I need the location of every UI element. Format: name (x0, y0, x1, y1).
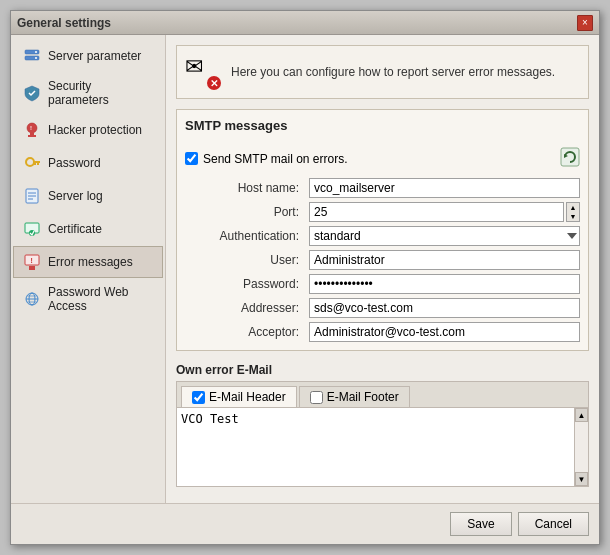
close-button[interactable]: × (577, 15, 593, 31)
email-content-textarea[interactable]: VCO Test (181, 412, 584, 482)
sidebar-item-hacker-protection[interactable]: ! Hacker protection (13, 114, 163, 146)
smtp-send-row: Send SMTP mail on errors. (185, 147, 580, 170)
sidebar-item-label: Server parameter (48, 49, 141, 63)
sidebar: Server parameter Security parameters ! H… (11, 35, 166, 503)
sidebar-item-label: Certificate (48, 222, 102, 236)
sidebar-item-password-web-access[interactable]: Password Web Access (13, 279, 163, 319)
acceptor-label: Acceptor: (195, 325, 305, 339)
send-smtp-label: Send SMTP mail on errors. (203, 152, 348, 166)
scroll-down-arrow[interactable]: ▼ (575, 472, 588, 486)
svg-text:!: ! (30, 256, 33, 265)
own-email-title: Own error E-Mail (176, 363, 589, 377)
svg-rect-10 (37, 163, 39, 165)
key-icon (22, 153, 42, 173)
log-icon (22, 186, 42, 206)
port-label: Port: (195, 205, 305, 219)
email-header-checkbox[interactable] (192, 391, 205, 404)
tab-email-footer[interactable]: E-Mail Footer (299, 386, 410, 408)
info-image: ✉ ✕ (185, 54, 221, 90)
info-bar: ✉ ✕ Here you can configure how to report… (176, 45, 589, 99)
user-label: User: (195, 253, 305, 267)
main-panel: ✉ ✕ Here you can configure how to report… (166, 35, 599, 503)
port-field-wrap: ▲ ▼ (309, 202, 580, 222)
tab-email-header[interactable]: E-Mail Header (181, 386, 297, 408)
smtp-form: Host name: Port: ▲ ▼ Authentication: sta (195, 178, 580, 342)
web-access-icon (22, 289, 42, 309)
cancel-button[interactable]: Cancel (518, 512, 589, 536)
port-spin-down[interactable]: ▼ (567, 212, 579, 221)
own-email-section: Own error E-Mail E-Mail Header E-Mail Fo… (176, 363, 589, 487)
scroll-up-arrow[interactable]: ▲ (575, 408, 588, 422)
svg-point-2 (35, 51, 37, 53)
sidebar-item-error-messages[interactable]: ! Error messages (13, 246, 163, 278)
sidebar-item-label: Password (48, 156, 101, 170)
sidebar-item-label: Hacker protection (48, 123, 142, 137)
shield-icon (22, 83, 42, 103)
error-messages-icon: ! (22, 252, 42, 272)
svg-point-4 (27, 123, 37, 133)
sidebar-item-password[interactable]: Password (13, 147, 163, 179)
send-smtp-checkbox-row: Send SMTP mail on errors. (185, 152, 348, 166)
acceptor-input[interactable] (309, 322, 580, 342)
auth-label: Authentication: (195, 229, 305, 243)
user-input[interactable] (309, 250, 580, 270)
svg-rect-20 (29, 266, 35, 270)
svg-point-8 (26, 158, 34, 166)
info-description: Here you can configure how to report ser… (231, 65, 555, 79)
certificate-icon (22, 219, 42, 239)
host-input[interactable] (309, 178, 580, 198)
dialog-title: General settings (17, 16, 111, 30)
smtp-section-title: SMTP messages (185, 118, 287, 133)
svg-rect-6 (28, 135, 36, 137)
send-smtp-checkbox[interactable] (185, 152, 198, 165)
error-badge: ✕ (207, 76, 221, 90)
email-footer-checkbox[interactable] (310, 391, 323, 404)
auth-select[interactable]: standard none login plain (309, 226, 580, 246)
svg-text:!: ! (30, 125, 32, 131)
general-settings-dialog: General settings × Server parameter Secu… (10, 10, 600, 545)
sidebar-item-certificate[interactable]: Certificate (13, 213, 163, 245)
server-icon (22, 46, 42, 66)
sidebar-item-label: Security parameters (48, 79, 154, 107)
sidebar-item-label: Password Web Access (48, 285, 154, 313)
sidebar-item-label: Server log (48, 189, 103, 203)
tab-email-header-label: E-Mail Header (209, 390, 286, 404)
hacker-icon: ! (22, 120, 42, 140)
svg-rect-9 (33, 161, 40, 163)
save-button[interactable]: Save (450, 512, 511, 536)
svg-rect-26 (561, 148, 579, 166)
password-label: Password: (195, 277, 305, 291)
svg-rect-11 (34, 163, 36, 165)
smtp-section: SMTP messages Send SMTP mail on errors. … (176, 109, 589, 351)
port-spin-up[interactable]: ▲ (567, 203, 579, 212)
dialog-footer: Save Cancel (11, 503, 599, 544)
refresh-icon[interactable] (560, 147, 580, 170)
tab-content: VCO Test ▲ ▼ (176, 407, 589, 487)
scroll-track (575, 422, 588, 472)
sidebar-item-server-parameter[interactable]: Server parameter (13, 40, 163, 72)
smtp-header: SMTP messages (185, 118, 580, 139)
envelope-icon: ✉ (185, 54, 203, 79)
host-label: Host name: (195, 181, 305, 195)
tab-row: E-Mail Header E-Mail Footer (176, 381, 589, 407)
addresser-label: Addresser: (195, 301, 305, 315)
addresser-input[interactable] (309, 298, 580, 318)
tab-email-footer-label: E-Mail Footer (327, 390, 399, 404)
sidebar-item-server-log[interactable]: Server log (13, 180, 163, 212)
svg-point-3 (35, 57, 37, 59)
content-area: Server parameter Security parameters ! H… (11, 35, 599, 503)
port-input[interactable] (309, 202, 564, 222)
auth-field-wrap: standard none login plain (309, 226, 580, 246)
sidebar-item-security-parameters[interactable]: Security parameters (13, 73, 163, 113)
port-spinner[interactable]: ▲ ▼ (566, 202, 580, 222)
sidebar-item-label: Error messages (48, 255, 133, 269)
password-input[interactable] (309, 274, 580, 294)
scrollbar[interactable]: ▲ ▼ (574, 408, 588, 486)
title-bar: General settings × (11, 11, 599, 35)
